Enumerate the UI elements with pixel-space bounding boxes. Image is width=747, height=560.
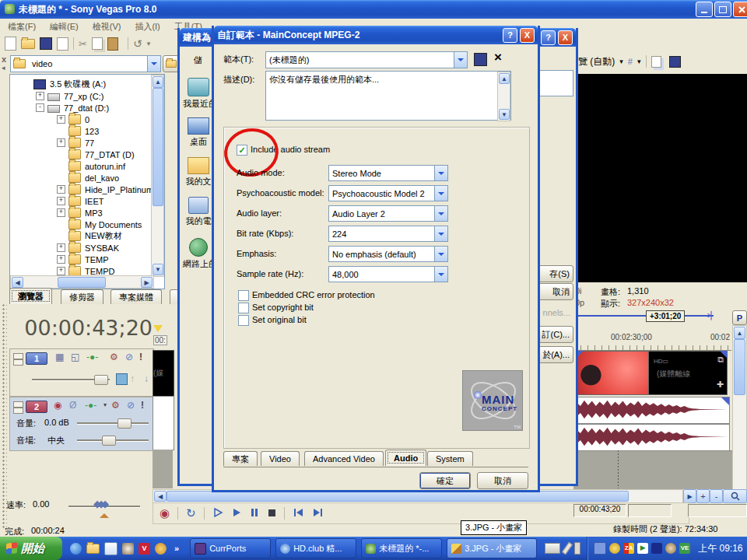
scroll-right-button[interactable]: ▶: [683, 489, 696, 503]
save-template-icon[interactable]: [474, 53, 487, 66]
tree-item[interactable]: 77: [85, 138, 94, 148]
record-button[interactable]: ◉: [160, 506, 170, 520]
tree-item[interactable]: 77_xp (C:): [64, 92, 103, 101]
menu-view[interactable]: 檢視(V): [93, 21, 121, 33]
task-currports[interactable]: CurrPorts: [190, 538, 271, 558]
audio-clip-2[interactable]: [576, 424, 730, 451]
open-icon[interactable]: [21, 39, 35, 49]
video-clip-flower[interactable]: [576, 351, 649, 395]
bit-rate-combo[interactable]: 224: [328, 226, 448, 242]
keyboard-icon[interactable]: [545, 543, 560, 554]
dropdown-arrow[interactable]: [434, 267, 447, 282]
sample-rate-combo[interactable]: 48,000: [328, 266, 448, 282]
ie-icon[interactable]: [70, 543, 82, 555]
crc-checkbox[interactable]: [238, 290, 249, 301]
fx-caret-icon[interactable]: ▾: [103, 400, 107, 411]
expander-icon[interactable]: +: [57, 255, 65, 264]
address-dropdown[interactable]: [147, 56, 160, 72]
crc-label[interactable]: Embedded CRC error protection: [252, 290, 375, 299]
tree-item[interactable]: NEW教材: [85, 230, 122, 242]
bypass-motion-blur-icon[interactable]: ▦: [55, 352, 64, 362]
main-titlebar[interactable]: 未標題的 * - Sony Vegas Pro 8.0: [0, 0, 747, 19]
clock[interactable]: 上午 09:16: [698, 542, 742, 555]
expander-icon[interactable]: +: [57, 138, 65, 147]
audio-clip-1[interactable]: [576, 397, 730, 424]
expander-icon[interactable]: +: [57, 115, 65, 124]
quality-caret-icon[interactable]: ▾: [619, 58, 623, 65]
minimize-button[interactable]: [696, 2, 713, 17]
timeline-empty[interactable]: [573, 450, 732, 489]
audio-fx-plug-icon[interactable]: -●-: [85, 400, 96, 411]
zoom-tool-button[interactable]: [723, 489, 747, 503]
overflow-chevron[interactable]: »: [174, 544, 179, 553]
track-fx-plug-icon[interactable]: -●-: [86, 352, 98, 362]
expander-icon[interactable]: +: [36, 92, 44, 100]
explorer-close[interactable]: x: [2, 54, 6, 64]
tab-system[interactable]: System: [427, 451, 473, 466]
pan-thumb[interactable]: [102, 436, 116, 446]
explorer-collapse-icon[interactable]: ◂: [2, 64, 5, 72]
cursor-time-box[interactable]: 00:00:43;20: [573, 504, 626, 517]
original-label[interactable]: Set original bit: [252, 315, 307, 324]
tree-item[interactable]: del_kavo: [85, 173, 119, 183]
track1-level-thumb[interactable]: [94, 375, 108, 385]
go-to-end-button[interactable]: [312, 507, 324, 520]
volume-tray-icon[interactable]: [665, 543, 676, 554]
track-maximize-icon[interactable]: [13, 408, 23, 414]
tab-project-media[interactable]: 專案媒體: [110, 289, 162, 304]
menu-file[interactable]: 檔案(F): [8, 21, 36, 33]
copyright-label[interactable]: Set copyright bit: [252, 303, 314, 312]
template-combo[interactable]: (未標題的): [265, 51, 468, 68]
address-combo[interactable]: video: [10, 55, 161, 72]
record-arm-icon[interactable]: ◉: [54, 400, 61, 411]
fade-handle-icon[interactable]: [721, 397, 729, 405]
place-computer[interactable]: 我的電: [183, 215, 214, 227]
tree-item[interactable]: autorun.inf: [85, 162, 125, 171]
restore-button[interactable]: [714, 2, 731, 17]
dropdown-arrow[interactable]: [434, 186, 447, 201]
stop-button[interactable]: [267, 507, 276, 520]
emphasis-combo[interactable]: No emphasis (default): [328, 246, 448, 262]
dialog-titlebar[interactable]: 自訂範本 - MainConcept MPEG-2 ? X: [214, 26, 538, 44]
video-clip-offline[interactable]: HD▭ (媒體離線 ⧉ ✚: [648, 351, 728, 395]
arrow-down-icon[interactable]: ↓: [144, 373, 149, 384]
mute-icon[interactable]: ⊘: [125, 352, 133, 362]
tab-browser[interactable]: 瀏覽器: [9, 288, 52, 304]
zoom-in-button[interactable]: +: [696, 489, 710, 503]
vegas-icon[interactable]: V: [139, 543, 150, 555]
tab-video[interactable]: Video: [261, 451, 300, 466]
task-hdclub[interactable]: HD.club 精...: [275, 538, 356, 558]
go-to-start-button[interactable]: [293, 507, 304, 520]
close-button[interactable]: X: [558, 30, 573, 45]
help-button[interactable]: ?: [503, 28, 517, 43]
play-button[interactable]: [231, 507, 242, 520]
help-button[interactable]: ?: [541, 30, 556, 45]
expander-icon[interactable]: +: [57, 185, 65, 194]
dropdown-arrow[interactable]: [434, 226, 447, 241]
audio-mode-combo[interactable]: Stereo Mode: [328, 165, 448, 181]
preview-quality-label[interactable]: 覽 (自動): [578, 55, 615, 68]
mute-icon[interactable]: ⊘: [127, 400, 135, 411]
paste-icon[interactable]: [107, 37, 118, 51]
task-vegas[interactable]: 未標題的 *-...: [361, 538, 442, 558]
audio-clip-fragment[interactable]: [153, 396, 174, 450]
folder-icon[interactable]: [86, 544, 100, 554]
recent-icon[interactable]: [188, 78, 209, 96]
event-fx-icon[interactable]: ✚: [717, 380, 724, 390]
grid-overlay-icon[interactable]: #: [628, 57, 633, 66]
timeline-vscrollbar[interactable]: ▲: [732, 325, 747, 490]
undo-caret-icon[interactable]: ▾: [147, 40, 151, 47]
zoom-out-button[interactable]: -: [710, 489, 723, 503]
player-tray-icon[interactable]: ▶: [637, 543, 648, 554]
pause-button[interactable]: [250, 507, 259, 520]
tab-trimmer[interactable]: 修剪器: [61, 289, 103, 304]
undo-icon[interactable]: ↺: [133, 37, 142, 50]
menu-edit[interactable]: 編輯(E): [50, 21, 79, 33]
solo-icon[interactable]: !: [141, 400, 144, 411]
save-snapshot-icon[interactable]: [669, 56, 681, 68]
description-box[interactable]: 你沒有儲存最後使用的範本... ▲ ▼: [265, 71, 511, 121]
track2-number[interactable]: 2: [26, 401, 47, 413]
template-dropdown[interactable]: [454, 52, 467, 68]
track-fx-icon[interactable]: ⚙: [111, 400, 120, 411]
marker-triangle-icon[interactable]: [153, 325, 163, 332]
